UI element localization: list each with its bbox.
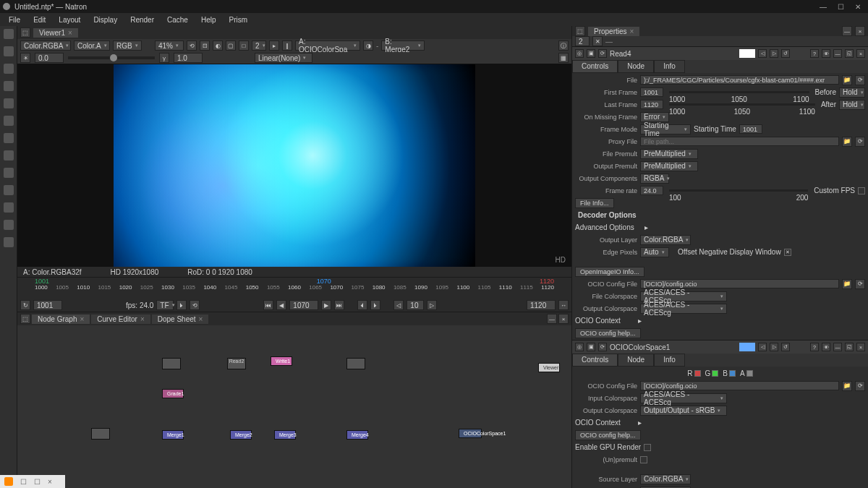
tf-dropdown[interactable]: TF <box>156 300 174 310</box>
frame-start-input[interactable] <box>33 300 62 310</box>
input-a-dropdown[interactable]: A: OCIOColorSpa <box>295 40 360 51</box>
refresh-icon[interactable]: ⟳ <box>598 343 607 351</box>
minimize-icon[interactable]: — <box>833 49 842 58</box>
undo-icon[interactable]: ◁ <box>758 343 767 351</box>
folder-icon[interactable]: 📁 <box>842 381 852 391</box>
fit-range-icon[interactable]: ↔ <box>558 300 569 310</box>
subtab-info[interactable]: Info <box>654 354 685 367</box>
file-premult-dropdown[interactable]: PreMultiplied <box>640 149 698 159</box>
close-icon[interactable]: × <box>856 49 865 58</box>
after-dropdown[interactable]: Hold <box>839 100 865 110</box>
subtab-node[interactable]: Node <box>618 354 654 367</box>
menu-layout[interactable]: Layout <box>53 14 86 25</box>
close-icon[interactable]: × <box>140 315 145 323</box>
clip-icon[interactable]: ◐ <box>213 40 223 51</box>
last-frame-button[interactable]: ⏭ <box>334 300 344 310</box>
menu-help[interactable]: Help <box>195 14 222 25</box>
gamma-input[interactable] <box>174 53 203 63</box>
node-viewer[interactable]: Viewer1 <box>538 363 560 372</box>
redo-icon[interactable]: ▷ <box>770 49 778 58</box>
subtab-node[interactable]: Node <box>618 60 654 73</box>
checker-icon[interactable]: ▦ <box>558 53 569 63</box>
tool-icon[interactable] <box>4 46 14 56</box>
out-cs-dropdown[interactable]: ACES/ACES - ACEScg <box>640 304 727 314</box>
start-time-field[interactable]: 1001 <box>739 124 762 134</box>
layer-dropdown[interactable]: Color.RGBA <box>20 40 71 51</box>
timeline[interactable]: 1001 1070 1120 1000100510101015102010251… <box>17 277 571 299</box>
arrange-icon[interactable]: ⬚ <box>575 26 585 36</box>
node-grade[interactable]: Grade1 <box>162 389 184 398</box>
file-cs-dropdown[interactable]: ACES/ACES - ACEScg <box>640 291 727 301</box>
node-merge[interactable]: Merge1 <box>162 430 184 440</box>
framemode-dropdown[interactable]: Starting Time <box>640 124 691 134</box>
max-panels-input[interactable] <box>575 36 590 46</box>
task-close-icon[interactable]: × <box>48 478 52 486</box>
arrange-icon[interactable]: ⬚ <box>20 314 30 324</box>
out-comp-dropdown[interactable]: RGBA <box>640 174 669 184</box>
file-field[interactable]: ):/_FRAMES/CGC/Particles/Course/cgfx-bla… <box>640 75 839 85</box>
gpu-check[interactable] <box>644 444 651 451</box>
task-icon[interactable]: ☐ <box>34 478 41 486</box>
reload-icon[interactable]: ⟳ <box>855 75 865 85</box>
task-icon[interactable]: ☐ <box>20 478 27 486</box>
minimize-button[interactable]: — <box>819 3 827 11</box>
help-icon[interactable]: ? <box>810 49 819 58</box>
gain-input[interactable] <box>35 53 64 63</box>
enable-icon[interactable]: ▣ <box>587 49 595 58</box>
close-panel-icon[interactable]: × <box>855 26 865 36</box>
gain-toggle[interactable]: ☀ <box>20 53 30 63</box>
increment-input[interactable] <box>407 300 424 310</box>
gain-slider[interactable] <box>68 56 155 59</box>
arrange-icon[interactable]: ⬚ <box>20 27 30 38</box>
loop-icon[interactable]: ↻ <box>20 300 30 310</box>
node-graph[interactable]: Read2 Write1 Viewer1 Grade1 Merge1 Merge… <box>17 325 571 488</box>
next-incr-button[interactable]: ⏵ <box>370 300 380 310</box>
zoom-dropdown[interactable]: 41% <box>155 40 184 51</box>
prev-key-button[interactable]: ◁ <box>393 300 404 310</box>
file-info-button[interactable]: File Info... <box>575 198 614 208</box>
refresh-icon[interactable]: ⟳ <box>598 49 607 58</box>
missing-dropdown[interactable]: Error <box>640 112 669 122</box>
render-icon[interactable]: ▸ <box>269 40 279 51</box>
tool-icon[interactable] <box>4 150 14 160</box>
tool-icon[interactable] <box>4 81 14 91</box>
node-merge[interactable]: Merge2 <box>230 430 252 440</box>
out-layer-dropdown[interactable]: Color.RGBA <box>640 235 691 245</box>
undo-icon[interactable]: ◁ <box>758 49 767 58</box>
menu-cache[interactable]: Cache <box>161 14 194 25</box>
viewport[interactable]: HD <box>17 64 571 267</box>
minimize-panel-icon[interactable]: — <box>842 26 852 36</box>
oiio-info-button[interactable]: OpenImageIO Info... <box>575 267 644 277</box>
edge-dropdown[interactable]: Auto <box>640 247 669 257</box>
tool-icon[interactable] <box>4 116 14 126</box>
folder-icon[interactable]: 📁 <box>842 279 852 289</box>
roi-icon[interactable]: ▢ <box>226 40 236 51</box>
tool-icon[interactable] <box>4 168 14 178</box>
unpremult-check[interactable] <box>640 456 647 463</box>
close-icon[interactable]: × <box>68 29 72 37</box>
tool-icon[interactable] <box>4 185 14 195</box>
b-check[interactable] <box>729 370 736 377</box>
ocio-config-field[interactable]: [OCIO]/config.ocio <box>640 279 839 288</box>
tab-curve[interactable]: Curve Editor× <box>91 314 150 324</box>
play-forward-button[interactable]: ▶ <box>321 300 331 310</box>
enable-icon[interactable]: ▣ <box>587 343 595 351</box>
play-back-button[interactable]: ◀ <box>276 300 286 310</box>
clear-icon[interactable]: ✕ <box>592 36 603 46</box>
r-check[interactable] <box>694 370 701 377</box>
frame-current-input[interactable] <box>289 300 318 310</box>
before-dropdown[interactable]: Hold <box>839 87 865 98</box>
downscale-dropdown[interactable]: 2 <box>252 40 266 51</box>
next-key-button[interactable]: ▷ <box>427 300 437 310</box>
node-read[interactable]: Read2 <box>227 358 246 369</box>
center-node-icon[interactable]: ◎ <box>575 49 584 58</box>
proxy-field[interactable]: File path... <box>640 137 839 146</box>
node-write[interactable]: Write1 <box>271 356 292 366</box>
proxy-icon[interactable]: □ <box>239 40 249 51</box>
task-icon[interactable] <box>4 477 13 486</box>
tool-icon[interactable] <box>4 220 14 230</box>
info-icon[interactable]: ⓘ <box>558 40 569 51</box>
tool-icon[interactable] <box>4 133 14 143</box>
wipe-icon[interactable]: ◑ <box>363 40 373 51</box>
ocio-help-button[interactable]: OCIO config help... <box>575 328 641 338</box>
